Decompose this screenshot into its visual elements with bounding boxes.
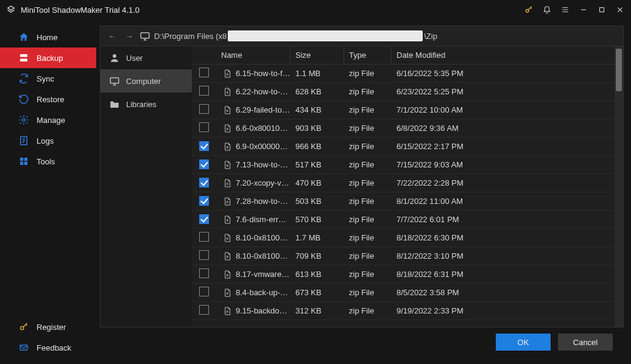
scrollbar-thumb[interactable] (616, 49, 622, 91)
file-size: 903 KB (291, 124, 344, 133)
sidebar-item-feedback[interactable]: Feedback (0, 337, 96, 358)
col-name[interactable]: Name (217, 46, 291, 64)
close-icon[interactable] (615, 5, 625, 15)
svg-point-0 (526, 9, 529, 12)
file-name: 7.28-how-to-dete… (236, 197, 291, 206)
file-name: 6.22-how-to-clea… (236, 87, 291, 96)
table-row[interactable]: 7.6-dism-error-1…570 KBzip File7/7/2022 … (192, 211, 615, 229)
checkbox[interactable] (199, 287, 209, 296)
checkbox[interactable] (199, 141, 209, 151)
svg-point-4 (23, 119, 26, 122)
table-row[interactable]: 7.20-xcopy-vs-r…470 KBzip File7/22/2022 … (192, 174, 615, 192)
mail-icon (18, 342, 29, 353)
table-row[interactable]: 7.13-how-to-rem…517 KBzip File7/15/2022 … (192, 156, 615, 174)
file-list-header: Name Size Type Date Modified (192, 46, 615, 65)
file-date: 7/1/2022 10:00 AM (392, 105, 615, 114)
sidebar-item-register[interactable]: Register (0, 317, 96, 337)
dialog-footer: OK Cancel (100, 327, 624, 357)
sidebar-item-tools[interactable]: Tools (0, 151, 96, 172)
file-type: zip File (344, 233, 392, 242)
checkbox[interactable] (199, 178, 209, 187)
file-type: zip File (344, 142, 392, 151)
file-name: 9.15-backdoor-vi… (236, 306, 291, 315)
col-date[interactable]: Date Modified (392, 46, 615, 64)
file-size: 628 KB (291, 87, 344, 96)
tree-item-label: Computer (126, 77, 161, 86)
table-row[interactable]: 6.15-how-to-fix-a…1.1 MBzip File6/16/202… (192, 65, 615, 83)
app-title: MiniTool ShadowMaker Trial 4.1.0 (21, 5, 524, 15)
sidebar-item-manage[interactable]: Manage (0, 110, 96, 130)
checkbox[interactable] (199, 268, 209, 278)
checkbox[interactable] (199, 250, 209, 260)
checkbox[interactable] (199, 122, 209, 132)
minimize-icon[interactable] (579, 5, 588, 15)
table-row[interactable]: 6.9-0x0000003d.…966 KBzip File6/15/2022 … (192, 138, 615, 156)
file-date: 6/23/2022 5:25 PM (392, 87, 615, 96)
file-icon (222, 160, 232, 170)
file-date: 9/19/2022 2:33 PM (392, 306, 615, 315)
table-row[interactable]: 6.22-how-to-clea…628 KBzip File6/23/2022… (192, 83, 615, 101)
table-row[interactable]: 9.15-backdoor-vi…312 KBzip File9/19/2022… (192, 302, 615, 320)
file-type: zip File (344, 124, 392, 133)
col-type[interactable]: Type (344, 46, 392, 64)
file-size: 434 KB (291, 105, 344, 114)
svg-point-10 (21, 326, 24, 329)
svg-rect-6 (20, 158, 23, 161)
file-date: 7/15/2022 9:03 AM (392, 160, 615, 169)
tree-item-libraries[interactable]: Libraries (100, 93, 192, 116)
key-icon (18, 321, 29, 332)
table-row[interactable]: 7.28-how-to-dete…503 KBzip File8/1/2022 … (192, 192, 615, 211)
tree-item-user[interactable]: User (100, 46, 192, 69)
maximize-icon[interactable] (597, 5, 607, 15)
app-logo-icon (6, 5, 16, 15)
sidebar-item-sync[interactable]: Sync (0, 68, 96, 89)
file-date: 8/12/2022 3:10 PM (392, 251, 615, 261)
table-row[interactable]: 8.10-0x8100020…709 KBzip File8/12/2022 3… (192, 247, 615, 265)
cancel-button[interactable]: Cancel (558, 334, 613, 351)
file-type: zip File (344, 270, 392, 279)
file-date: 6/16/2022 5:35 PM (392, 69, 615, 78)
table-row[interactable]: 6.6-0x80010105.…903 KBzip File6/8/2022 9… (192, 119, 615, 138)
nav-forward-icon[interactable]: → (122, 32, 136, 41)
sidebar-item-restore[interactable]: Restore (0, 89, 96, 110)
table-row[interactable]: 8.17-vmware-bri…613 KBzip File8/18/2022 … (192, 265, 615, 284)
checkbox[interactable] (199, 305, 209, 315)
checkbox[interactable] (199, 159, 209, 169)
file-icon (222, 233, 232, 243)
file-name: 6.15-how-to-fix-a… (236, 69, 291, 78)
svg-point-13 (113, 54, 116, 58)
manage-icon (18, 114, 29, 125)
sidebar-item-logs[interactable]: Logs (0, 130, 96, 151)
checkbox[interactable] (199, 104, 209, 114)
table-row[interactable]: 8.10-0x8100020…1.7 MBzip File8/18/2022 6… (192, 229, 615, 247)
checkbox[interactable] (199, 214, 209, 224)
upgrade-key-icon[interactable] (524, 5, 534, 15)
computer-icon (109, 75, 120, 86)
col-size[interactable]: Size (291, 46, 344, 64)
file-icon (222, 87, 232, 97)
sidebar-item-label: Sync (37, 74, 54, 83)
sidebar-item-label: Tools (37, 157, 55, 166)
file-date: 7/22/2022 2:28 PM (392, 178, 615, 187)
checkbox[interactable] (199, 68, 209, 77)
ok-button[interactable]: OK (496, 334, 551, 351)
menu-icon[interactable] (560, 5, 570, 15)
sidebar-item-label: Restore (37, 95, 65, 104)
table-row[interactable]: 6.29-failed-to-cre…434 KBzip File7/1/202… (192, 101, 615, 119)
file-name: 7.20-xcopy-vs-r… (236, 178, 291, 187)
notification-icon[interactable] (542, 5, 552, 15)
tree-item-computer[interactable]: Computer (100, 69, 192, 93)
path-bar: ← → D:\Program Files (x8 \Zip (100, 26, 624, 46)
checkbox[interactable] (199, 196, 209, 206)
checkbox[interactable] (199, 86, 209, 96)
sidebar-item-home[interactable]: Home (0, 27, 96, 47)
file-name: 7.6-dism-error-1… (236, 215, 291, 224)
file-name: 6.29-failed-to-cre… (236, 105, 291, 114)
table-row[interactable]: 8.4-back-up-use…673 KBzip File8/5/2022 3… (192, 284, 615, 302)
nav-back-icon[interactable]: ← (105, 32, 119, 41)
scrollbar[interactable] (615, 46, 623, 327)
path-text[interactable]: D:\Program Files (x8 \Zip (154, 30, 437, 41)
path-suffix: \Zip (424, 32, 437, 41)
sidebar-item-backup[interactable]: Backup (0, 47, 96, 68)
checkbox[interactable] (199, 232, 209, 242)
